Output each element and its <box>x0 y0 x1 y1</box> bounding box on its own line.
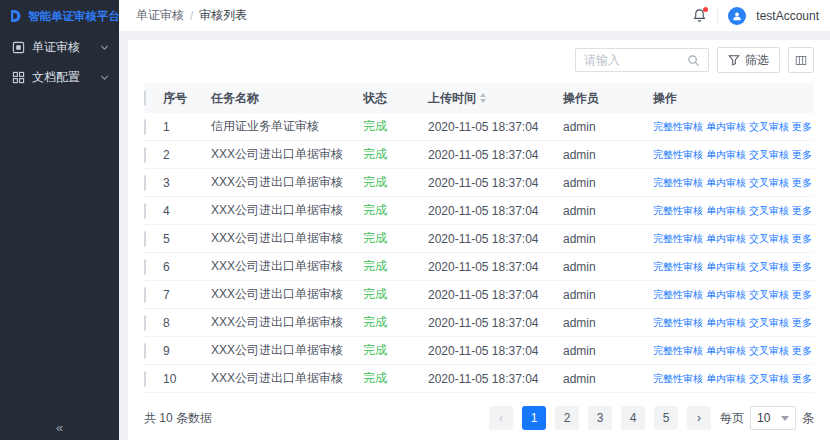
sort-icon[interactable] <box>480 93 486 103</box>
page-button-2[interactable]: 2 <box>555 406 579 430</box>
action-link[interactable]: 更多 <box>792 120 812 134</box>
action-link[interactable]: 交叉审核 <box>749 260 789 274</box>
pagination: ‹ 12345 › 每页 10 条 <box>489 406 814 430</box>
table-row: 7 XXX公司进出口单据审核 完成 2020-11-05 18:37:04 ad… <box>144 281 814 309</box>
action-link[interactable]: 交叉审核 <box>749 344 789 358</box>
row-actions: 完整性审核单内审核交叉审核更多 <box>653 288 814 302</box>
col-header-operator: 操作员 <box>563 90 653 107</box>
per-page-select[interactable]: 10 <box>750 406 796 430</box>
avatar[interactable] <box>728 7 746 25</box>
action-link[interactable]: 单内审核 <box>706 176 746 190</box>
row-checkbox[interactable] <box>144 287 146 303</box>
per-page-control: 每页 10 条 <box>720 406 814 430</box>
search-input[interactable] <box>584 53 681 67</box>
action-link[interactable]: 完整性审核 <box>653 344 703 358</box>
action-link[interactable]: 完整性审核 <box>653 120 703 134</box>
row-checkbox[interactable] <box>144 147 146 163</box>
action-link[interactable]: 交叉审核 <box>749 288 789 302</box>
row-index: 7 <box>163 288 211 302</box>
table-header-row: 序号 任务名称 状态 上传时间 操作员 操作 <box>144 83 814 113</box>
account-name[interactable]: testAccount <box>756 9 819 23</box>
action-link[interactable]: 更多 <box>792 260 812 274</box>
action-link[interactable]: 单内审核 <box>706 232 746 246</box>
next-page-button[interactable]: › <box>687 406 711 430</box>
action-link[interactable]: 单内审核 <box>706 288 746 302</box>
action-link[interactable]: 完整性审核 <box>653 148 703 162</box>
action-link[interactable]: 完整性审核 <box>653 232 703 246</box>
action-link[interactable]: 完整性审核 <box>653 260 703 274</box>
row-checkbox[interactable] <box>144 203 146 219</box>
sidebar-item-document-audit[interactable]: 单证审核 <box>0 32 119 62</box>
breadcrumb-parent[interactable]: 单证审核 <box>136 7 184 24</box>
action-link[interactable]: 完整性审核 <box>653 176 703 190</box>
upload-time: 2020-11-05 18:37:04 <box>428 120 563 134</box>
column-settings-button[interactable] <box>788 47 814 73</box>
row-checkbox[interactable] <box>144 231 146 247</box>
page-button-1[interactable]: 1 <box>522 406 546 430</box>
action-link[interactable]: 单内审核 <box>706 316 746 330</box>
action-link[interactable]: 完整性审核 <box>653 288 703 302</box>
action-link[interactable]: 更多 <box>792 316 812 330</box>
action-link[interactable]: 更多 <box>792 344 812 358</box>
action-link[interactable]: 交叉审核 <box>749 204 789 218</box>
row-actions: 完整性审核单内审核交叉审核更多 <box>653 204 814 218</box>
row-checkbox[interactable] <box>144 343 146 359</box>
sidebar-collapse-button[interactable]: « <box>0 414 119 440</box>
action-link[interactable]: 完整性审核 <box>653 204 703 218</box>
action-link[interactable]: 更多 <box>792 372 812 386</box>
status-text: 完成 <box>363 258 428 275</box>
row-checkbox[interactable] <box>144 119 146 135</box>
pager-pages: 12345 <box>522 406 678 430</box>
divider <box>717 9 718 23</box>
table-row: 10 XXX公司进出口单据审核 完成 2020-11-05 18:37:04 a… <box>144 365 814 393</box>
action-link[interactable]: 完整性审核 <box>653 316 703 330</box>
select-all-checkbox[interactable] <box>144 90 146 106</box>
action-link[interactable]: 单内审核 <box>706 204 746 218</box>
page-button-4[interactable]: 4 <box>621 406 645 430</box>
row-checkbox[interactable] <box>144 371 146 387</box>
notification-bell-icon[interactable] <box>692 8 707 23</box>
row-checkbox[interactable] <box>144 175 146 191</box>
search-icon[interactable] <box>687 54 700 67</box>
action-link[interactable]: 更多 <box>792 176 812 190</box>
page-button-3[interactable]: 3 <box>588 406 612 430</box>
collapse-icon: « <box>56 420 63 435</box>
table-row: 4 XXX公司进出口单据审核 完成 2020-11-05 18:37:04 ad… <box>144 197 814 225</box>
filter-button[interactable]: 筛选 <box>717 47 780 73</box>
row-index: 3 <box>163 176 211 190</box>
status-text: 完成 <box>363 118 428 135</box>
action-link[interactable]: 交叉审核 <box>749 372 789 386</box>
table-footer: 共 10 条数据 ‹ 12345 › 每页 10 条 <box>144 406 814 430</box>
task-name: XXX公司进出口单据审核 <box>211 342 363 359</box>
row-checkbox[interactable] <box>144 259 146 275</box>
sidebar-item-doc-config[interactable]: 文档配置 <box>0 62 119 92</box>
upload-time: 2020-11-05 18:37:04 <box>428 372 563 386</box>
operator: admin <box>563 372 653 386</box>
table-row: 9 XXX公司进出口单据审核 完成 2020-11-05 18:37:04 ad… <box>144 337 814 365</box>
action-link[interactable]: 交叉审核 <box>749 316 789 330</box>
action-link[interactable]: 更多 <box>792 232 812 246</box>
task-name: XXX公司进出口单据审核 <box>211 286 363 303</box>
breadcrumb-current: 审核列表 <box>199 7 247 24</box>
action-link[interactable]: 单内审核 <box>706 344 746 358</box>
caret-down-icon <box>781 416 789 421</box>
status-text: 完成 <box>363 202 428 219</box>
action-link[interactable]: 更多 <box>792 204 812 218</box>
action-link[interactable]: 单内审核 <box>706 372 746 386</box>
action-link[interactable]: 单内审核 <box>706 148 746 162</box>
action-link[interactable]: 交叉审核 <box>749 176 789 190</box>
status-text: 完成 <box>363 342 428 359</box>
action-link[interactable]: 交叉审核 <box>749 148 789 162</box>
page-button-5[interactable]: 5 <box>654 406 678 430</box>
action-link[interactable]: 单内审核 <box>706 260 746 274</box>
action-link[interactable]: 交叉审核 <box>749 120 789 134</box>
action-link[interactable]: 单内审核 <box>706 120 746 134</box>
action-link[interactable]: 完整性审核 <box>653 372 703 386</box>
operator: admin <box>563 344 653 358</box>
action-link[interactable]: 交叉审核 <box>749 232 789 246</box>
app-logo: 智能单证审核平台 <box>0 0 119 32</box>
prev-page-button[interactable]: ‹ <box>489 406 513 430</box>
row-checkbox[interactable] <box>144 315 146 331</box>
action-link[interactable]: 更多 <box>792 148 812 162</box>
action-link[interactable]: 更多 <box>792 288 812 302</box>
